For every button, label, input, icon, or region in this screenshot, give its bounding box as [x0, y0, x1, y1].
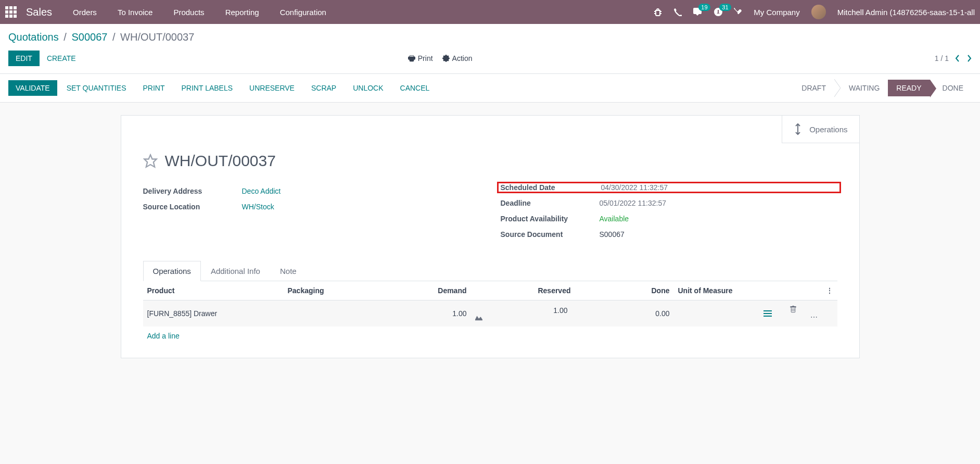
pager: 1 / 1 — [935, 54, 972, 62]
tab-operations[interactable]: Operations — [143, 261, 201, 281]
pager-text[interactable]: 1 / 1 — [935, 54, 949, 62]
avatar[interactable] — [811, 5, 826, 19]
top-nav: Sales Orders To Invoice Products Reporti… — [0, 0, 980, 24]
tab-note[interactable]: Note — [270, 261, 307, 281]
details-icon[interactable] — [763, 310, 781, 317]
nav-configuration[interactable]: Configuration — [280, 8, 326, 17]
form-sheet: Operations WH/OUT/00037 Delivery Address… — [121, 115, 860, 358]
left-fields: Delivery Address Deco Addict Source Loca… — [143, 183, 480, 242]
pager-prev[interactable] — [955, 54, 960, 62]
delivery-address-value[interactable]: Deco Addict — [242, 187, 281, 195]
operations-table: Product Packaging Demand Reserved Done U… — [143, 281, 837, 345]
print-dropdown[interactable]: Print — [408, 54, 433, 62]
delete-row-icon[interactable] — [790, 306, 818, 313]
operations-stat-label: Operations — [809, 125, 847, 134]
status-bar: Draft Waiting Ready Done — [793, 79, 972, 97]
cancel-button[interactable]: Cancel — [393, 80, 437, 96]
col-packaging[interactable]: Packaging — [284, 281, 398, 300]
col-reserved[interactable]: Reserved — [471, 281, 575, 300]
user-menu[interactable]: Mitchell Admin (14876256-saas-15-1-all — [837, 8, 975, 17]
sheet-wrap: Operations WH/OUT/00037 Delivery Address… — [0, 103, 980, 358]
source-document-value[interactable]: S00067 — [600, 230, 625, 239]
product-availability-value: Available — [600, 215, 629, 223]
phone-icon[interactable] — [673, 8, 682, 16]
edit-button[interactable]: Edit — [8, 51, 40, 66]
unreserve-button[interactable]: Unreserve — [242, 80, 302, 96]
deadline-label: Deadline — [501, 199, 600, 207]
col-product[interactable]: Product — [143, 281, 284, 300]
messages-icon[interactable]: 19 — [693, 8, 703, 16]
status-ready[interactable]: Ready — [888, 80, 930, 96]
scrap-button[interactable]: Scrap — [304, 80, 343, 96]
create-button[interactable]: Create — [40, 51, 83, 66]
cell-product: [FURN_8855] Drawer — [143, 300, 284, 327]
status-draft[interactable]: Draft — [793, 80, 834, 96]
unlock-button[interactable]: Unlock — [346, 80, 390, 96]
messages-badge: 19 — [698, 4, 710, 11]
breadcrumb-sep: / — [63, 31, 67, 43]
right-fields: Scheduled Date 04/30/2022 11:32:57 Deadl… — [501, 183, 837, 242]
breadcrumb-sep: / — [112, 31, 116, 43]
col-demand[interactable]: Demand — [398, 281, 471, 300]
source-document-label: Source Document — [501, 230, 600, 239]
status-sep — [834, 79, 841, 97]
svg-marker-0 — [144, 155, 156, 167]
app-brand[interactable]: Sales — [26, 6, 52, 18]
print-labels-button[interactable]: Print Labels — [174, 80, 240, 96]
main-menu: Orders To Invoice Products Reporting Con… — [73, 8, 326, 17]
nav-orders[interactable]: Orders — [73, 8, 97, 17]
tools-icon[interactable] — [734, 8, 742, 16]
favorite-star-icon[interactable] — [143, 154, 158, 168]
forecast-icon[interactable] — [475, 315, 571, 321]
cell-uom — [674, 300, 759, 327]
action-dropdown[interactable]: Action — [442, 54, 473, 62]
scheduled-date-highlight: Scheduled Date 04/30/2022 11:32:57 — [497, 182, 841, 193]
company-switcher[interactable]: My Company — [754, 8, 799, 17]
set-quantities-button[interactable]: Set Quantities — [59, 80, 134, 96]
col-done[interactable]: Done — [575, 281, 674, 300]
record-title: WH/OUT/00037 — [165, 152, 276, 170]
status-waiting[interactable]: Waiting — [841, 80, 888, 96]
delivery-address-label: Delivery Address — [143, 187, 242, 195]
source-location-label: Source Location — [143, 203, 242, 211]
print-button[interactable]: Print — [136, 80, 172, 96]
tabs: Operations Additional Info Note — [143, 261, 837, 281]
debug-icon[interactable] — [654, 8, 662, 16]
table-row[interactable]: [FURN_8855] Drawer 1.00 1.00 0.00 — [143, 300, 837, 327]
cell-demand: 1.00 — [398, 300, 471, 327]
nav-to-invoice[interactable]: To Invoice — [118, 8, 153, 17]
print-label: Print — [418, 54, 433, 62]
print-icon — [408, 55, 415, 62]
source-location-value[interactable]: WH/Stock — [242, 203, 274, 211]
nav-reporting[interactable]: Reporting — [225, 8, 259, 17]
cell-done: 0.00 — [575, 300, 674, 327]
svg-rect-2 — [763, 313, 772, 314]
action-row: Validate Set Quantities Print Print Labe… — [0, 74, 980, 103]
breadcrumb-parent[interactable]: S00067 — [71, 31, 107, 43]
action-label: Action — [452, 54, 473, 62]
control-panel: Edit Create Print Action 1 / 1 — [0, 47, 980, 74]
status-done[interactable]: Done — [930, 80, 972, 96]
product-availability-label: Product Availability — [501, 215, 600, 223]
breadcrumb-root[interactable]: Quotations — [8, 31, 59, 43]
updown-icon — [794, 123, 802, 135]
svg-rect-3 — [763, 316, 772, 317]
tab-additional-info[interactable]: Additional Info — [201, 261, 270, 281]
breadcrumb-row: Quotations / S00067 / WH/OUT/00037 — [0, 24, 980, 47]
scheduled-date-label: Scheduled Date — [501, 183, 601, 192]
activities-icon[interactable]: 31 — [714, 8, 722, 16]
validate-button[interactable]: Validate — [8, 80, 57, 96]
apps-icon[interactable] — [5, 6, 17, 18]
breadcrumb-current: WH/OUT/00037 — [120, 31, 194, 43]
svg-rect-1 — [763, 310, 772, 311]
table-options-icon[interactable]: ⋮ — [826, 286, 833, 295]
gear-icon — [442, 55, 450, 62]
col-uom[interactable]: Unit of Measure — [674, 281, 759, 300]
pager-next[interactable] — [966, 54, 972, 62]
cell-packaging — [284, 300, 398, 327]
breadcrumb: Quotations / S00067 / WH/OUT/00037 — [8, 31, 194, 43]
add-line-link[interactable]: Add a line — [147, 332, 180, 340]
nav-products[interactable]: Products — [173, 8, 204, 17]
activities-badge: 31 — [719, 4, 731, 11]
operations-stat-button[interactable]: Operations — [782, 115, 859, 143]
